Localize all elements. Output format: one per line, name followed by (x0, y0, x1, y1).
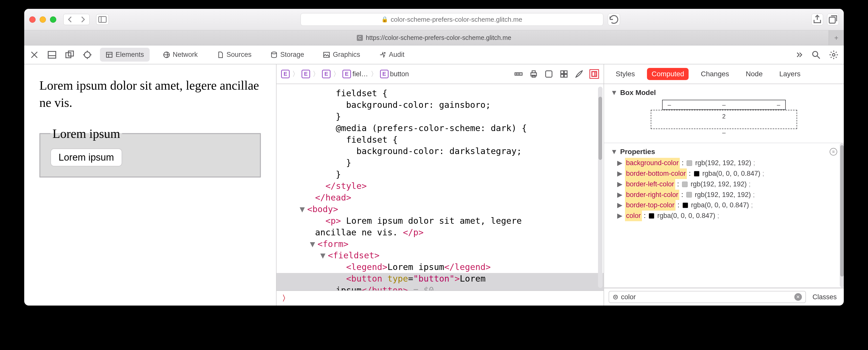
window-controls (29, 17, 56, 23)
svg-rect-23 (532, 71, 535, 73)
dom-tree[interactable]: fieldset { background-color: gainsboro; … (277, 84, 603, 290)
zoom-window-button[interactable] (50, 17, 56, 23)
toolbar-right (811, 13, 839, 25)
layout-toggle-icon[interactable] (589, 69, 599, 79)
tab-sources-label: Sources (226, 51, 252, 59)
tab-styles[interactable]: Styles (611, 68, 640, 80)
page-legend: Lorem ipsum (51, 126, 122, 141)
tab-title[interactable]: https://color-scheme-prefers-color-schem… (366, 34, 512, 41)
content-area: Lorem ipsum dolor sit amet, legere ancil… (24, 64, 844, 305)
svg-rect-27 (564, 71, 567, 74)
back-button[interactable] (64, 14, 76, 25)
new-tab-button[interactable]: + (829, 30, 844, 45)
titlebar: 🔒 color-scheme-prefers-color-scheme.glit… (24, 9, 844, 30)
filter-value: color (621, 293, 636, 301)
tab-changes[interactable]: Changes (696, 68, 734, 80)
nav-back-forward (63, 14, 90, 25)
page-form: Lorem ipsum Lorem ipsum (39, 126, 261, 177)
svg-point-7 (84, 52, 90, 58)
breadcrumb-item[interactable]: E fiel… (342, 70, 368, 78)
scrollbar[interactable] (598, 87, 602, 288)
search-button[interactable] (811, 50, 821, 60)
page-button[interactable]: Lorem ipsum (51, 148, 122, 167)
svg-point-16 (272, 52, 277, 54)
scrollbar[interactable] (840, 143, 844, 287)
tab-graphics[interactable]: Graphics (317, 48, 366, 62)
tab-audit-label: Audit (389, 51, 404, 59)
classes-button[interactable]: Classes (810, 293, 839, 301)
tab-computed[interactable]: Computed (647, 68, 689, 80)
svg-rect-0 (99, 17, 106, 22)
tab-storage[interactable]: Storage (265, 48, 310, 62)
tab-network-label: Network (173, 51, 198, 59)
filter-input[interactable]: ⊜ color ✕ (609, 291, 806, 303)
tab-storage-label: Storage (280, 51, 304, 59)
tab-favicon: C (357, 35, 363, 41)
close-devtools-button[interactable] (29, 50, 39, 60)
print-icon[interactable] (529, 69, 538, 79)
clear-filter-button[interactable]: ✕ (794, 293, 802, 301)
safari-window: 🔒 color-scheme-prefers-color-scheme.glit… (24, 9, 844, 305)
property-row[interactable]: ▶background-color:rgb(192, 192, 192); (617, 158, 831, 169)
tabs-button[interactable] (827, 13, 839, 25)
forward-button[interactable] (77, 14, 89, 25)
overflow-button[interactable] (793, 50, 803, 60)
svg-rect-29 (564, 75, 567, 77)
property-row[interactable]: ▶border-left-color:rgb(192, 192, 192); (617, 179, 831, 189)
console-prompt[interactable]: 〉 (277, 290, 603, 305)
svg-rect-3 (48, 51, 56, 58)
page-fieldset: Lorem ipsum Lorem ipsum (39, 126, 261, 177)
svg-rect-30 (592, 72, 597, 77)
breadcrumb-item[interactable]: E (322, 70, 331, 78)
svg-rect-26 (561, 71, 563, 74)
dock-popout-icon[interactable] (65, 50, 75, 60)
svg-rect-12 (106, 52, 112, 57)
breadcrumb-bar: E〉 E〉 E〉 E fiel…〉 E button (277, 64, 603, 84)
styles-sidebar: Styles Computed Changes Node Layers ▼Box… (604, 64, 844, 305)
tab-network[interactable]: Network (157, 48, 204, 62)
share-button[interactable] (811, 13, 823, 25)
tab-layers[interactable]: Layers (775, 68, 805, 80)
tab-node[interactable]: Node (741, 68, 767, 80)
address-bar[interactable]: 🔒 color-scheme-prefers-color-scheme.glit… (301, 13, 603, 26)
box-model-section: ▼Box Model – – – 2 – (604, 84, 844, 143)
url-text: color-scheme-prefers-color-scheme.glitch… (391, 16, 522, 24)
properties-list: ▶background-color:rgb(192, 192, 192);▶bo… (611, 156, 837, 283)
property-row[interactable]: ▶color:rgba(0, 0, 0, 0.847); (617, 211, 831, 221)
property-row[interactable]: ▶border-right-color:rgb(192, 192, 192); (617, 189, 831, 200)
tab-graphics-label: Graphics (333, 51, 360, 59)
svg-point-18 (813, 51, 818, 56)
reload-button[interactable] (608, 13, 620, 26)
box-model-diagram: – – – 2 – (611, 97, 837, 138)
settings-button[interactable] (829, 50, 839, 60)
page-paragraph: Lorem ipsum dolor sit amet, legere ancil… (39, 77, 261, 111)
dock-bottom-icon[interactable] (47, 50, 57, 60)
svg-point-20 (832, 54, 835, 56)
inspect-target-icon[interactable] (82, 50, 92, 60)
sidebar-toggle-button[interactable] (96, 14, 109, 25)
brush-icon[interactable] (574, 69, 584, 79)
svg-rect-28 (561, 75, 563, 77)
rendered-page: Lorem ipsum dolor sit amet, legere ancil… (24, 64, 277, 305)
breadcrumb-item[interactable]: E (302, 70, 310, 78)
properties-label: Properties (620, 148, 655, 156)
close-window-button[interactable] (29, 17, 36, 23)
tab-audit[interactable]: Audit (373, 48, 410, 62)
minimize-window-button[interactable] (40, 17, 46, 23)
grid-icon[interactable] (559, 69, 569, 79)
property-row[interactable]: ▶border-bottom-color:rgba(0, 0, 0, 0.847… (617, 169, 831, 179)
elements-panel: E〉 E〉 E〉 E fiel…〉 E button fieldset { (277, 64, 604, 305)
property-row[interactable]: ▶border-top-color:rgba(0, 0, 0, 0.847); (617, 200, 831, 211)
tab-bar: C https://color-scheme-prefers-color-sch… (24, 30, 844, 46)
ruler-icon[interactable] (514, 69, 523, 79)
breadcrumb-item[interactable]: E button (380, 70, 409, 78)
box-model-label: Box Model (620, 89, 656, 97)
tab-elements-label: Elements (116, 51, 144, 59)
svg-rect-2 (829, 17, 835, 23)
breadcrumb-item[interactable]: E (281, 70, 290, 78)
tab-elements[interactable]: Elements (100, 48, 150, 62)
device-icon[interactable] (544, 69, 554, 79)
properties-menu-icon[interactable]: ≡ (830, 148, 837, 155)
svg-rect-25 (546, 71, 552, 77)
tab-sources[interactable]: Sources (211, 48, 257, 62)
